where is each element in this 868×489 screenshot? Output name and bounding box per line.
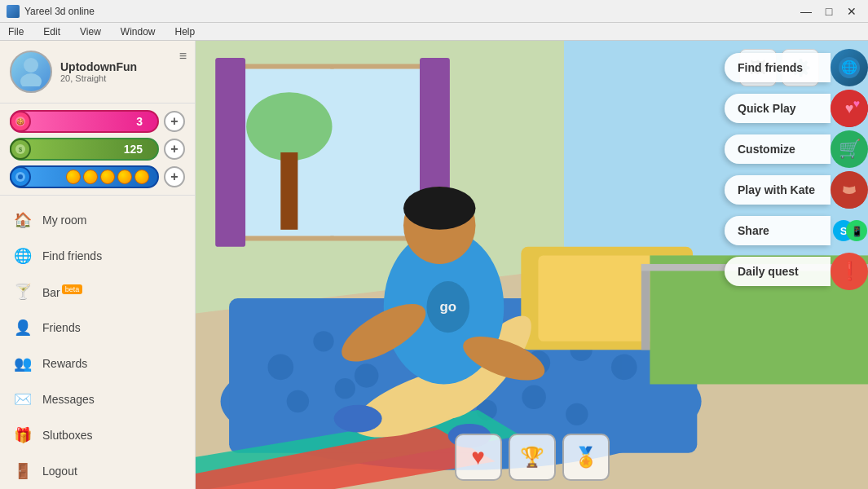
customize-row: Customize 🛒 — [717, 130, 868, 168]
daily-quest-icon: ❗ — [831, 253, 868, 290]
pink-currency-add-button[interactable]: + — [164, 111, 185, 132]
svg-rect-20 — [215, 58, 245, 247]
nav-section: 🏠 My room 🌐 Find friends 🍸 Barbeta 👤 Fri… — [0, 196, 195, 489]
svg-rect-19 — [280, 152, 297, 230]
customize-label: Customize — [738, 143, 795, 156]
blue-dot-5 — [134, 170, 149, 184]
svg-text:📱: 📱 — [851, 225, 863, 237]
svg-text:🌐: 🌐 — [841, 59, 857, 75]
rewards-icon: 👥 — [13, 354, 33, 373]
sidebar-item-my-room[interactable]: 🏠 My room — [0, 202, 195, 238]
hamburger-menu-icon[interactable]: ≡ — [179, 49, 187, 64]
profile-name: UptodownFun — [60, 60, 185, 73]
nav-label-rewards: Rewards — [42, 357, 87, 370]
menu-bar: File Edit View Window Help — [0, 23, 868, 41]
profile-info: UptodownFun 20, Straight — [60, 60, 185, 83]
blue-dot-2 — [83, 170, 98, 184]
svg-point-24 — [268, 355, 294, 381]
svg-point-39 — [566, 403, 588, 425]
play-with-kate-row: Play with Kate — [717, 171, 868, 209]
play-with-kate-button[interactable]: Play with Kate — [725, 175, 831, 205]
find-friends-label: Find friends — [738, 61, 803, 74]
menu-help[interactable]: Help — [170, 24, 200, 39]
customize-button[interactable]: Customize — [725, 134, 831, 164]
svg-point-1 — [20, 73, 42, 86]
svg-point-34 — [335, 378, 355, 399]
share-button-icon: S 📱 — [831, 212, 868, 249]
avatar — [10, 51, 52, 93]
menu-edit[interactable]: Edit — [38, 24, 65, 39]
share-button[interactable]: Share — [725, 216, 831, 245]
sidebar-item-rewards[interactable]: 👥 Rewards — [0, 346, 195, 381]
sidebar-item-messages[interactable]: ✉️ Messages — [0, 381, 195, 417]
sidebar: UptodownFun 20, Straight ≡ 🍪 3 + — [0, 41, 196, 489]
svg-text:🍪: 🍪 — [16, 117, 24, 126]
svg-point-32 — [611, 355, 637, 381]
sidebar-item-slutboxes[interactable]: 🎁 Slutboxes — [0, 417, 195, 453]
svg-point-18 — [246, 92, 332, 161]
green-currency-value: 125 — [124, 143, 143, 156]
nav-label-bar: Barbeta — [42, 285, 82, 299]
green-currency-row: $ 125 + — [10, 138, 185, 161]
daily-quest-button[interactable]: Daily quest — [725, 257, 831, 286]
messages-icon: ✉️ — [13, 390, 33, 409]
blue-currency-add-button[interactable]: + — [164, 166, 185, 187]
quick-play-button-icon: ♥ ♥ — [831, 90, 868, 127]
svg-text:$: $ — [19, 146, 23, 153]
sidebar-item-find-friends[interactable]: 🌐 Find friends — [0, 238, 195, 274]
home-icon: 🏠 — [13, 210, 33, 230]
svg-text:go: go — [439, 299, 456, 315]
app-icon — [7, 5, 20, 18]
right-action-panel: Find friends 🌐 Quick Play ♥ ♥ — [717, 41, 868, 489]
share-row: Share S 📱 — [717, 212, 868, 249]
menu-view[interactable]: View — [75, 24, 106, 39]
pink-currency-bar: 🍪 3 — [10, 110, 159, 133]
menu-window[interactable]: Window — [116, 24, 161, 39]
nav-label-logout: Logout — [42, 465, 77, 478]
svg-text:♥: ♥ — [845, 100, 854, 117]
daily-quest-label: Daily quest — [738, 265, 799, 278]
green-currency-icon: $ — [10, 139, 31, 160]
title-controls: — □ ✕ — [796, 3, 861, 20]
blue-dots-container — [66, 170, 149, 184]
customize-button-icon: 🛒 — [831, 130, 868, 168]
menu-file[interactable]: File — [3, 24, 29, 39]
share-label: Share — [738, 224, 769, 237]
svg-text:♥: ♥ — [853, 97, 860, 110]
find-friends-nav-icon: 🌐 — [13, 246, 33, 266]
blue-currency-bar — [10, 165, 159, 188]
quick-play-label: Quick Play — [738, 102, 796, 115]
maximize-button[interactable]: □ — [819, 3, 839, 20]
find-friends-button[interactable]: Find friends — [725, 53, 831, 82]
svg-point-52 — [403, 187, 476, 230]
bar-icon: 🍸 — [13, 282, 33, 302]
green-currency-add-button[interactable]: + — [164, 139, 185, 160]
heart-toolbar-button[interactable]: ♥ — [455, 434, 502, 481]
logout-icon: 🚪 — [13, 461, 33, 481]
profile-subtitle: 20, Straight — [60, 73, 185, 83]
svg-point-67 — [855, 176, 865, 196]
quick-play-button[interactable]: Quick Play — [725, 94, 831, 123]
trophy-toolbar-button[interactable]: 🏆 — [509, 434, 556, 481]
svg-point-26 — [355, 363, 379, 388]
daily-quest-row: Daily quest ❗ — [717, 253, 868, 290]
sidebar-item-friends[interactable]: 👤 Friends — [0, 310, 195, 346]
beta-badge: beta — [62, 284, 83, 294]
profile-section: UptodownFun 20, Straight ≡ — [0, 41, 195, 104]
blue-dot-3 — [100, 170, 115, 184]
find-friends-button-icon: 🌐 — [831, 49, 868, 86]
main-container: UptodownFun 20, Straight ≡ 🍪 3 + — [0, 41, 868, 489]
blue-currency-icon — [10, 166, 31, 187]
close-button[interactable]: ✕ — [842, 3, 861, 20]
title-left: Yareel 3d online — [7, 5, 95, 18]
bottom-toolbar: ♥ 🏆 🏅 — [455, 434, 610, 481]
svg-rect-56 — [641, 264, 650, 350]
svg-point-53 — [334, 405, 382, 433]
blue-dot-1 — [66, 170, 81, 184]
app-title: Yareel 3d online — [24, 6, 95, 17]
rank-toolbar-button[interactable]: 🏅 — [562, 434, 610, 481]
nav-label-find-friends: Find friends — [42, 249, 102, 262]
sidebar-item-bar[interactable]: 🍸 Barbeta — [0, 274, 195, 310]
minimize-button[interactable]: — — [796, 3, 816, 20]
sidebar-item-logout[interactable]: 🚪 Logout — [0, 453, 195, 489]
